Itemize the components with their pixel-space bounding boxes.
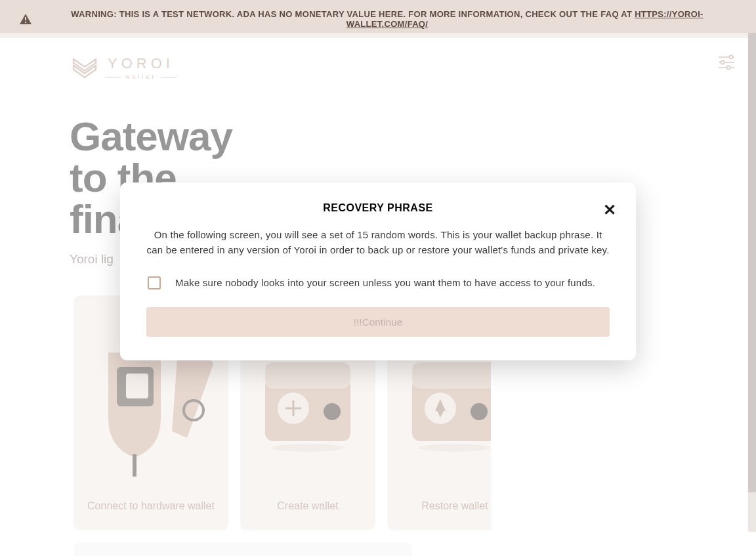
warning-triangle-icon [20, 14, 32, 24]
warning-text-content: WARNING: THIS IS A TEST NETWORK. ADA HAS… [71, 9, 635, 19]
continue-button[interactable]: !!!Continue [146, 307, 610, 337]
modal-body-text: On the following screen, you will see a … [146, 227, 610, 258]
confirm-checkbox[interactable] [148, 276, 161, 289]
svg-rect-0 [25, 17, 26, 20]
modal-title: RECOVERY PHRASE [146, 202, 610, 214]
close-icon: ✕ [603, 201, 616, 219]
svg-rect-1 [25, 22, 26, 23]
modal-overlay: RECOVERY PHRASE ✕ On the following scree… [0, 33, 756, 556]
confirm-checkbox-label: Make sure nobody looks into your screen … [175, 275, 595, 290]
warning-text: WARNING: THIS IS A TEST NETWORK. ADA HAS… [38, 9, 736, 29]
confirm-checkbox-row: Make sure nobody looks into your screen … [146, 275, 610, 290]
modal-close-button[interactable]: ✕ [603, 201, 616, 219]
recovery-phrase-modal: RECOVERY PHRASE ✕ On the following scree… [120, 182, 636, 360]
